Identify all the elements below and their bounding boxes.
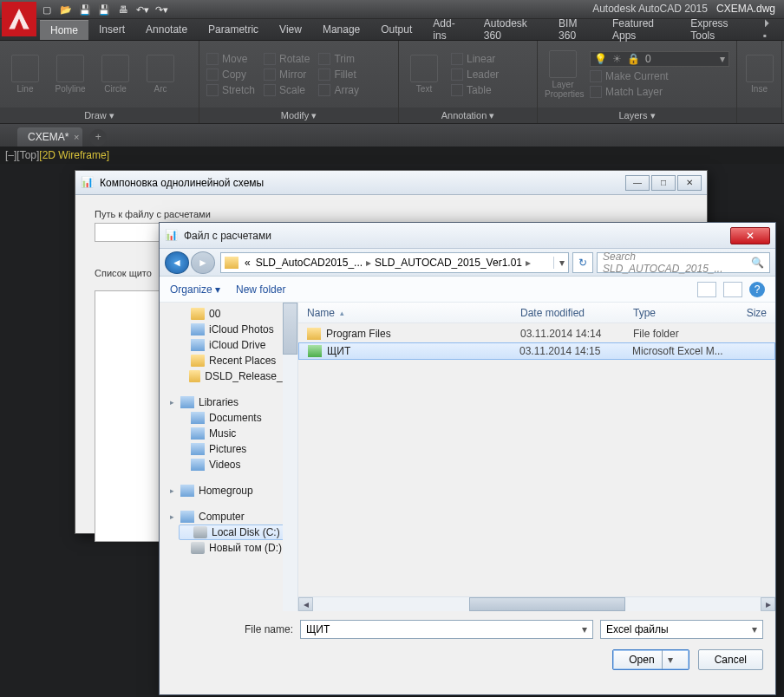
open-button[interactable]: Open▾ xyxy=(612,649,689,670)
tree-node[interactable]: iCloud Photos xyxy=(179,322,297,337)
tree-node[interactable]: Music xyxy=(179,426,297,441)
tree-node[interactable]: 00 xyxy=(179,306,297,322)
tree-node[interactable]: ▸Computer xyxy=(168,509,297,524)
preview-pane-button[interactable] xyxy=(723,282,742,297)
panel-annotation-title[interactable]: Annotation ▾ xyxy=(399,107,537,123)
ribbon-tab-output[interactable]: Output xyxy=(370,20,422,39)
qat-open-icon[interactable]: 📂 xyxy=(59,3,73,16)
open-split-icon[interactable]: ▾ xyxy=(663,654,673,666)
tool-arc[interactable]: Arc xyxy=(142,55,179,94)
filetype-dropdown-icon[interactable]: ▾ xyxy=(752,623,757,635)
breadcrumb[interactable]: « SLD_AutoCAD2015_...▸ SLD_AUTOCAD_2015_… xyxy=(220,252,569,273)
file-toolbar: Organize ▾ New folder ? xyxy=(160,277,775,303)
back-button[interactable]: ◄ xyxy=(165,251,189,274)
ribbon-tab-manage[interactable]: Manage xyxy=(312,20,370,39)
qat-saveas-icon[interactable]: 💾 xyxy=(97,3,111,16)
help-icon[interactable]: 🞂 ▪ xyxy=(755,17,784,42)
tool-text[interactable]: Text xyxy=(406,55,442,94)
application-menu-button[interactable] xyxy=(2,2,36,36)
filename-dropdown-icon[interactable]: ▾ xyxy=(582,623,587,635)
tool-fillet[interactable]: Fillet xyxy=(318,68,359,81)
tree-node[interactable]: iCloud Drive xyxy=(179,337,297,353)
lightbulb-icon[interactable]: 💡 xyxy=(594,53,607,65)
scroll-right-button[interactable]: ▸ xyxy=(761,597,775,611)
ribbon-tab-annotate[interactable]: Annotate xyxy=(135,20,198,39)
doc-tab[interactable]: CXEMA* × xyxy=(17,127,82,147)
panel-draw: LinePolylineCircleArc Draw ▾ xyxy=(0,41,199,123)
breadcrumb-dropdown-icon[interactable]: ▾ xyxy=(553,257,565,269)
tool-table[interactable]: Table xyxy=(451,84,499,96)
tool-match-layer[interactable]: Match Layer xyxy=(590,86,729,98)
tool-polyline[interactable]: Polyline xyxy=(52,55,88,94)
minimize-button[interactable]: — xyxy=(625,175,650,191)
tool-leader[interactable]: Leader xyxy=(451,68,499,81)
new-tab-button[interactable]: + xyxy=(89,129,107,147)
tool-circle[interactable]: Circle xyxy=(97,55,134,94)
forward-button[interactable]: ► xyxy=(191,251,215,274)
view-mode-button[interactable] xyxy=(697,282,716,297)
close-tab-icon[interactable]: × xyxy=(74,132,79,142)
file-open-dialog: 📊 Файл с расчетами ✕ ◄ ► « SLD_AutoCAD20… xyxy=(159,222,776,695)
qat-undo-icon[interactable]: ↶▾ xyxy=(135,3,149,16)
filetype-combo[interactable]: Excel файлы ▾ xyxy=(600,620,763,639)
maximize-button[interactable]: □ xyxy=(651,175,676,191)
folder-tree[interactable]: 00iCloud PhotosiCloud DriveRecent Places… xyxy=(160,303,298,611)
tool-array[interactable]: Array xyxy=(318,84,359,96)
tool-stretch[interactable]: Stretch xyxy=(206,84,255,96)
panel-draw-title[interactable]: Draw ▾ xyxy=(0,107,199,123)
ribbon-tab-parametric[interactable]: Parametric xyxy=(198,20,269,39)
ribbon-tab-insert[interactable]: Insert xyxy=(88,20,135,39)
tree-node[interactable]: Videos xyxy=(179,457,297,472)
scroll-left-button[interactable]: ◂ xyxy=(298,597,313,611)
layer-dropdown-icon[interactable]: ▾ xyxy=(720,53,725,65)
lock-icon[interactable]: 🔒 xyxy=(627,53,640,65)
panel-layers-title[interactable]: Layers ▾ xyxy=(538,107,736,123)
tree-node[interactable]: Новый том (D:) xyxy=(179,540,297,556)
layout-dialog-titlebar[interactable]: 📊 Компоновка однолинейной схемы — □ ✕ xyxy=(75,171,707,195)
tree-node[interactable]: ▸Libraries xyxy=(168,394,297,410)
sun-icon[interactable]: ☀ xyxy=(612,53,622,65)
tool-copy[interactable]: Copy xyxy=(206,68,255,81)
file-row[interactable]: ЩИТ03.11.2014 14:15Microsoft Excel M... xyxy=(298,342,775,360)
qat-redo-icon[interactable]: ↷▾ xyxy=(154,3,168,16)
tool-make-current[interactable]: Make Current xyxy=(590,70,729,82)
tool-move[interactable]: Move xyxy=(206,53,255,65)
horizontal-scrollbar[interactable]: ◂ ▸ xyxy=(298,596,775,611)
title-bar: Autodesk AutoCAD 2015 CXEMA.dwg xyxy=(592,3,775,15)
viewport-controls[interactable]: [–][Top][2D Wireframe] xyxy=(0,147,784,164)
ribbon-tab-view[interactable]: View xyxy=(269,20,312,39)
help-button[interactable]: ? xyxy=(749,282,765,297)
tree-node[interactable]: Documents xyxy=(179,410,297,426)
new-folder-button[interactable]: New folder xyxy=(236,283,285,296)
file-row[interactable]: Program Files03.11.2014 14:14File folder xyxy=(298,325,775,342)
tree-node[interactable]: Local Disk (C:) xyxy=(179,524,297,540)
close-button[interactable]: ✕ xyxy=(730,227,770,244)
panel-modify-title[interactable]: Modify ▾ xyxy=(199,107,398,123)
ribbon-tab-home[interactable]: Home xyxy=(40,20,88,40)
qat-new-icon[interactable]: ▢ xyxy=(40,3,54,16)
tool-line[interactable]: Line xyxy=(7,55,43,94)
close-button[interactable]: ✕ xyxy=(677,175,702,191)
cancel-button[interactable]: Cancel xyxy=(698,649,763,670)
tree-node[interactable]: Pictures xyxy=(179,441,297,457)
refresh-button[interactable]: ↻ xyxy=(572,252,593,273)
column-headers[interactable]: Name▴ Date modified Type Size xyxy=(298,303,775,323)
qat-save-icon[interactable]: 💾 xyxy=(78,3,92,16)
organize-button[interactable]: Organize ▾ xyxy=(170,283,220,296)
tool-insert[interactable]: Inse xyxy=(744,55,774,94)
tool-mirror[interactable]: Mirror xyxy=(264,68,310,81)
qat-plot-icon[interactable]: 🖶 xyxy=(116,3,130,16)
tool-linear[interactable]: Linear xyxy=(451,53,499,65)
tree-scrollbar-thumb[interactable] xyxy=(283,303,297,355)
scrollbar-thumb[interactable] xyxy=(469,597,625,611)
tool-rotate[interactable]: Rotate xyxy=(264,53,310,65)
tool-scale[interactable]: Scale xyxy=(264,84,310,96)
search-input[interactable]: Search SLD_AUTOCAD_2015_... 🔍 xyxy=(597,252,770,273)
tree-node[interactable]: Recent Places xyxy=(179,353,297,368)
tree-node[interactable]: DSLD_Release_20- xyxy=(179,368,297,384)
tool-trim[interactable]: Trim xyxy=(318,53,359,65)
file-dialog-titlebar[interactable]: 📊 Файл с расчетами ✕ xyxy=(160,223,775,249)
filename-input[interactable]: ЩИТ ▾ xyxy=(300,620,593,639)
tree-node[interactable]: ▸Homegroup xyxy=(168,483,297,498)
tool-layer-properties[interactable]: Layer Properties xyxy=(545,50,581,99)
